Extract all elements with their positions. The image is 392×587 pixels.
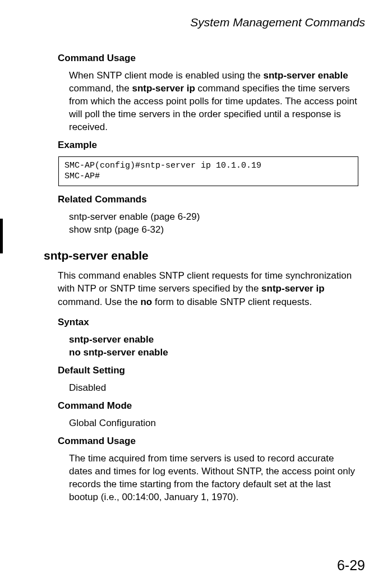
related-line-1: sntp-server enable (page 6-29)	[69, 211, 200, 222]
example-label: Example	[58, 140, 365, 151]
text-part: command, the	[69, 83, 132, 94]
command-usage-text-1: When SNTP client mode is enabled using t…	[69, 70, 358, 134]
change-bar	[0, 219, 3, 253]
command-title: sntp-server enable	[44, 249, 365, 262]
related-line-2: show sntp (page 6-32)	[69, 224, 164, 235]
text-bold: no	[140, 297, 152, 307]
related-commands-label: Related Commands	[58, 194, 365, 205]
command-description: This command enables SNTP client request…	[58, 269, 358, 309]
command-mode-label: Command Mode	[58, 400, 365, 412]
text-bold: sntp-server ip	[261, 283, 324, 294]
command-usage-label-1: Command Usage	[58, 53, 365, 64]
syntax-line-1: sntp-server enable	[69, 334, 154, 345]
text-part: form to disable SNTP client requests.	[152, 297, 312, 307]
syntax-text: sntp-server enable no sntp-server enable	[69, 334, 365, 359]
page-header: System Management Commands	[27, 16, 365, 29]
page-number: 6-29	[337, 557, 365, 574]
text-bold: sntp-server ip	[132, 83, 195, 94]
default-setting-label: Default Setting	[58, 365, 365, 376]
text-bold: sntp-server enable	[264, 70, 348, 81]
command-usage-text-2: The time acquired from time servers is u…	[69, 452, 358, 504]
text-part: When SNTP client mode is enabled using t…	[69, 70, 264, 81]
command-usage-label-2: Command Usage	[58, 436, 365, 447]
text-part: command. Use the	[58, 297, 140, 307]
example-code: SMC-AP(config)#sntp-server ip 10.1.0.19 …	[58, 156, 358, 186]
syntax-label: Syntax	[58, 317, 365, 328]
syntax-line-2: no sntp-server enable	[69, 347, 168, 358]
command-mode-value: Global Configuration	[69, 417, 358, 430]
default-setting-value: Disabled	[69, 382, 358, 395]
related-commands-text: sntp-server enable (page 6-29) show sntp…	[69, 211, 358, 237]
